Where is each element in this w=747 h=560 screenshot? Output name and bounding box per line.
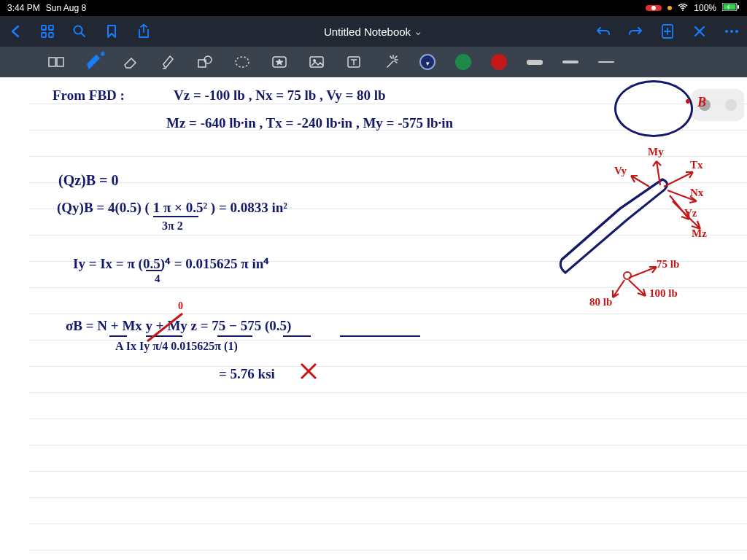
tool-bar: ✱ ▾ bbox=[0, 47, 747, 77]
hw-line4: (Qy)B = 4(0.5) ( 1 π × 0.5² ) = 0.0833 i… bbox=[57, 200, 287, 216]
wifi-icon bbox=[678, 3, 688, 13]
svg-point-17 bbox=[236, 57, 249, 67]
lasso-tool[interactable] bbox=[233, 53, 251, 71]
text-tool[interactable] bbox=[345, 53, 363, 71]
back-button[interactable] bbox=[7, 23, 23, 39]
diagram-fbd bbox=[547, 150, 729, 303]
hw-line5b: 4 bbox=[155, 273, 160, 285]
color-green[interactable] bbox=[455, 54, 471, 70]
bookmark-button[interactable] bbox=[104, 23, 120, 39]
fp-dot-2[interactable] bbox=[725, 99, 737, 111]
label-Mz: Mz bbox=[692, 228, 707, 240]
screen-record-indicator[interactable] bbox=[646, 5, 662, 11]
shape-tool[interactable] bbox=[196, 53, 214, 71]
label-100lb: 100 lb bbox=[649, 287, 678, 300]
status-date: Sun Aug 8 bbox=[46, 3, 86, 13]
hw-line2: Mz = -640 lb·in , Tx = -240 lb·in , My =… bbox=[166, 115, 453, 131]
stroke-thin[interactable] bbox=[598, 61, 614, 63]
search-button[interactable] bbox=[71, 23, 88, 39]
stroke-thick[interactable] bbox=[527, 60, 543, 65]
svg-point-0 bbox=[682, 9, 684, 11]
close-button[interactable] bbox=[692, 23, 708, 39]
label-Vy: Vy bbox=[614, 165, 627, 177]
red-strike-1 bbox=[144, 311, 185, 344]
add-page-button[interactable] bbox=[659, 23, 676, 39]
red-strike-2 bbox=[299, 362, 318, 381]
nav-bar: Untitled Notebook ⌄ bbox=[0, 16, 747, 47]
stroke-medium[interactable] bbox=[562, 61, 578, 63]
label-My: My bbox=[648, 146, 664, 158]
label-B: B bbox=[697, 95, 706, 110]
label-80lb: 80 lb bbox=[589, 296, 612, 308]
hw-frac-bar-3 bbox=[109, 335, 127, 337]
hw-line5: Iy = Ix = π (0.5)⁴ = 0.015625 π in⁴ bbox=[73, 255, 269, 272]
point-B bbox=[686, 99, 690, 104]
title-text: Untitled Notebook bbox=[324, 26, 411, 38]
laser-tool[interactable] bbox=[382, 53, 400, 71]
svg-rect-6 bbox=[42, 33, 46, 37]
color-navy[interactable]: ▾ bbox=[419, 54, 436, 70]
svg-point-12 bbox=[735, 30, 738, 33]
nav-right bbox=[595, 23, 740, 39]
svg-rect-3 bbox=[738, 5, 739, 9]
status-right: 100% bbox=[646, 3, 740, 13]
favorites-tool[interactable] bbox=[271, 53, 288, 71]
hw-frac-bar-2 bbox=[146, 270, 162, 271]
hw-line7: = 5.76 ksi bbox=[219, 366, 275, 382]
hw-frac-bar-6 bbox=[283, 335, 311, 337]
image-tool[interactable] bbox=[308, 53, 325, 71]
label-Nx: Nx bbox=[690, 187, 703, 199]
color-red[interactable] bbox=[491, 54, 507, 70]
document-title[interactable]: Untitled Notebook ⌄ bbox=[152, 25, 595, 38]
nav-left bbox=[7, 23, 152, 39]
battery-icon bbox=[722, 3, 740, 13]
undo-button[interactable] bbox=[595, 23, 611, 39]
pen-tool[interactable]: ✱ bbox=[85, 53, 102, 71]
chevron-down-icon: ⌄ bbox=[414, 25, 423, 38]
hw-line1b: Vz = -100 lb , Nx = 75 lb , Vy = 80 lb bbox=[174, 88, 386, 104]
hw-line3: (Qz)B = 0 bbox=[58, 172, 119, 189]
svg-point-10 bbox=[725, 30, 728, 33]
diagram-section-circle bbox=[614, 80, 693, 137]
hw-frac-bar-1 bbox=[153, 216, 198, 217]
readonly-tool[interactable] bbox=[47, 53, 65, 71]
share-button[interactable] bbox=[136, 23, 152, 39]
label-Vz: Vz bbox=[684, 207, 697, 219]
hw-frac-bar-7 bbox=[340, 335, 420, 337]
status-bar: 3:44 PM Sun Aug 8 100% bbox=[0, 0, 747, 16]
svg-rect-7 bbox=[49, 33, 53, 37]
svg-rect-4 bbox=[42, 26, 46, 30]
red-zero: 0 bbox=[178, 300, 183, 312]
label-75lb: 75 lb bbox=[657, 258, 679, 271]
highlighter-tool[interactable] bbox=[159, 53, 177, 71]
status-left: 3:44 PM Sun Aug 8 bbox=[7, 3, 86, 13]
svg-rect-13 bbox=[49, 58, 55, 66]
hw-line1a: From FBD : bbox=[53, 88, 125, 104]
note-canvas[interactable]: From FBD : Vz = -100 lb , Nx = 75 lb , V… bbox=[0, 77, 747, 560]
status-time: 3:44 PM bbox=[7, 3, 40, 13]
battery-percent: 100% bbox=[694, 3, 716, 13]
svg-rect-5 bbox=[49, 26, 53, 30]
mic-indicator-dot bbox=[667, 6, 672, 10]
svg-rect-14 bbox=[57, 58, 63, 66]
hw-line4b: 3π 2 bbox=[162, 219, 183, 233]
more-button[interactable] bbox=[724, 23, 740, 39]
grid-view-button[interactable] bbox=[39, 23, 55, 39]
label-Tx: Tx bbox=[690, 159, 703, 171]
eraser-tool[interactable] bbox=[122, 53, 139, 71]
svg-point-11 bbox=[730, 30, 733, 33]
hw-frac-bar-5 bbox=[217, 335, 252, 337]
redo-button[interactable] bbox=[627, 23, 643, 39]
